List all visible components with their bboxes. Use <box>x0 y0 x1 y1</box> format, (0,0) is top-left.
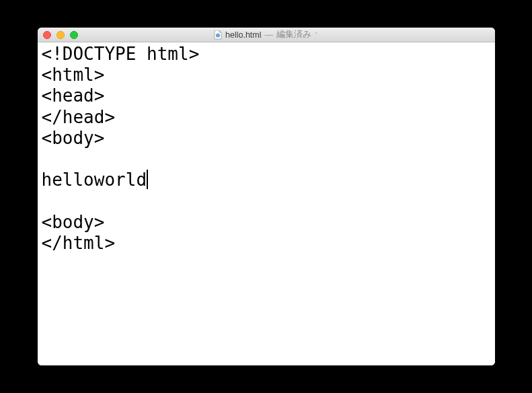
editor-line[interactable]: <html> <box>42 65 491 85</box>
editor-line[interactable] <box>42 149 491 170</box>
svg-point-0 <box>217 34 220 37</box>
title-separator: — <box>265 30 274 40</box>
title-dropdown-icon[interactable]: ˅ <box>315 32 318 38</box>
editor-window: hello.html — 編集済み ˅ <!DOCTYPE html><html… <box>38 28 495 365</box>
editor-line[interactable]: helloworld <box>42 170 491 190</box>
editor-line[interactable] <box>42 190 491 211</box>
text-cursor <box>147 170 148 189</box>
editor-line[interactable]: <head> <box>42 85 491 106</box>
traffic-lights <box>43 31 78 39</box>
editor-line[interactable]: </head> <box>42 107 491 128</box>
close-button[interactable] <box>43 31 51 39</box>
zoom-button[interactable] <box>70 31 78 39</box>
editor-line[interactable]: </html> <box>42 233 491 254</box>
editor-line[interactable]: <!DOCTYPE html> <box>42 44 491 65</box>
minimize-button[interactable] <box>56 31 65 39</box>
document-icon <box>214 30 222 40</box>
editor-line[interactable]: <body> <box>42 128 491 149</box>
window-filename[interactable]: hello.html <box>225 30 262 40</box>
text-editor-area[interactable]: <!DOCTYPE html><html><head></head><body>… <box>38 42 495 365</box>
titlebar[interactable]: hello.html — 編集済み ˅ <box>38 28 495 42</box>
title-center: hello.html — 編集済み ˅ <box>38 29 495 40</box>
editor-line[interactable]: <body> <box>42 212 491 233</box>
window-status: 編集済み <box>276 29 311 40</box>
